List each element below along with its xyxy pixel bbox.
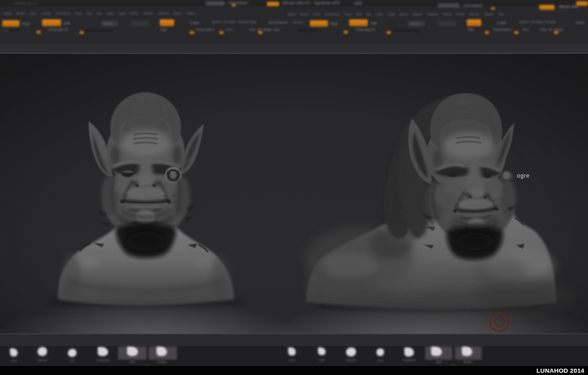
svg-text:LUNAHOD 2014: LUNAHOD 2014 bbox=[536, 367, 584, 374]
svg-text:ogre: ogre bbox=[517, 173, 530, 179]
